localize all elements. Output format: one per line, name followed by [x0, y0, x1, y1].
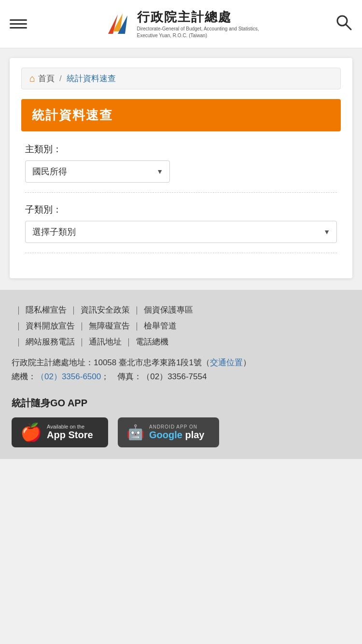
footer-link-phone[interactable]: 網站服務電話 — [26, 336, 75, 347]
site-header: 行政院主計總處 Directorate-General of Budget, A… — [0, 0, 362, 48]
breadcrumb-current: 統計資料速查 — [67, 73, 116, 84]
main-category-wrapper: 國民所得 人口 物價 就業 薪資 工業 貿易 財政 金融 ▼ — [25, 160, 170, 183]
menu-button[interactable] — [10, 19, 27, 29]
footer-phone-number[interactable]: （02）3356-6500 — [36, 372, 101, 381]
app-buttons: 🍎 Available on the App Store 🤖 ANDROID A… — [12, 417, 350, 447]
footer-link-accessibility[interactable]: 無障礙宣告 — [89, 320, 130, 331]
main-category-select[interactable]: 國民所得 人口 物價 就業 薪資 工業 貿易 財政 金融 — [25, 160, 170, 183]
google-play-button[interactable]: 🤖 ANDROID APP ON Google play — [118, 417, 219, 447]
footer-link-privacy[interactable]: 隱私權宣告 — [26, 304, 67, 315]
app-store-label-small: Available on the — [47, 424, 93, 429]
footer-phone-label: 總機： — [12, 372, 36, 381]
google-play-label-large: Google play — [149, 429, 204, 441]
app-section: 統計隨身GO APP 🍎 Available on the App Store … — [12, 397, 350, 447]
logo-icon — [103, 10, 132, 39]
footer-traffic-link[interactable]: 交通位置 — [210, 358, 243, 367]
footer-link-switchboard[interactable]: 電話總機 — [136, 336, 168, 347]
footer-link-report[interactable]: 檢舉管道 — [144, 320, 177, 331]
search-button[interactable] — [335, 14, 352, 35]
site-title-block: 行政院主計總處 Directorate-General of Budget, A… — [137, 9, 259, 39]
breadcrumb-home[interactable]: 首頁 — [38, 73, 55, 84]
svg-line-4 — [346, 24, 351, 29]
sub-category-wrapper: 選擇子類別 ▼ — [25, 221, 337, 243]
app-store-label-large: App Store — [47, 429, 93, 441]
google-play-label-small: ANDROID APP ON — [149, 424, 204, 429]
footer-links-row-1: ｜ 隱私權宣告 ｜ 資訊安全政策 ｜ 個資保護專區 — [12, 304, 350, 315]
footer-links-row-2: ｜ 資料開放宣告 ｜ 無障礙宣告 ｜ 檢舉管道 — [12, 320, 350, 331]
app-store-button[interactable]: 🍎 Available on the App Store — [12, 417, 108, 447]
site-title-en: Directorate-General of Budget, Accountin… — [137, 26, 259, 39]
main-content-card: ⌂ 首頁 / 統計資料速查 統計資料速查 主類別： 國民所得 人口 物價 就業 … — [10, 58, 352, 278]
page-title-bar: 統計資料速查 — [21, 99, 341, 131]
divider-1 — [25, 192, 337, 193]
footer-address: 行政院主計總處地址：10058 臺北市忠孝東路1段1號（交通位置） 總機：（02… — [12, 356, 350, 384]
site-logo: 行政院主計總處 Directorate-General of Budget, A… — [103, 9, 259, 39]
main-category-label: 主類別： — [25, 143, 337, 156]
breadcrumb: ⌂ 首頁 / 統計資料速查 — [21, 68, 341, 89]
divider-2 — [25, 253, 337, 253]
footer-address-text2: ） — [243, 358, 251, 367]
sub-category-label: 子類別： — [25, 203, 337, 216]
footer-link-open-data[interactable]: 資料開放宣告 — [26, 320, 75, 331]
android-icon: 🤖 — [126, 424, 144, 441]
footer-link-personal-data[interactable]: 個資保護專區 — [144, 304, 193, 315]
footer-links-row-3: ｜ 網站服務電話 ｜ 通訊地址 ｜ 電話總機 — [12, 336, 350, 347]
footer-link-address[interactable]: 通訊地址 — [89, 336, 122, 347]
home-icon: ⌂ — [29, 73, 35, 84]
apple-icon: 🍎 — [20, 422, 42, 443]
page-title: 統計資料速查 — [32, 108, 113, 122]
site-footer: ｜ 隱私權宣告 ｜ 資訊安全政策 ｜ 個資保護專區 ｜ 資料開放宣告 ｜ 無障礙… — [0, 290, 362, 459]
footer-link-security[interactable]: 資訊安全政策 — [81, 304, 130, 315]
footer-address-text: 行政院主計總處地址：10058 臺北市忠孝東路1段1號（ — [12, 358, 210, 367]
sub-category-select[interactable]: 選擇子類別 — [25, 221, 337, 243]
filter-form: 主類別： 國民所得 人口 物價 就業 薪資 工業 貿易 財政 金融 ▼ 子類別：… — [21, 143, 341, 253]
app-title: 統計隨身GO APP — [12, 397, 350, 410]
footer-fax: ； 傳真：（02）3356-7554 — [101, 372, 207, 381]
site-title-zh: 行政院主計總處 — [137, 9, 259, 26]
breadcrumb-separator: / — [59, 74, 62, 84]
